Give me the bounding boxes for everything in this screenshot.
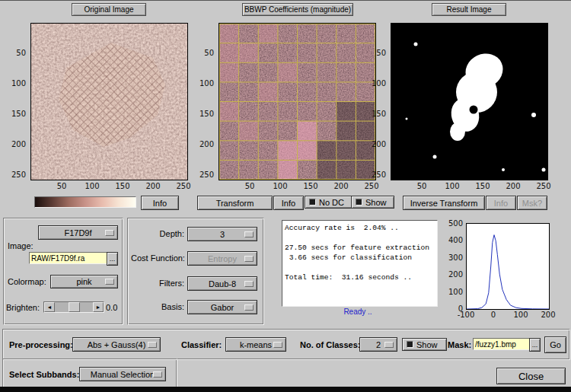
cost-function-value: Entropy xyxy=(208,254,237,263)
original-y-axis: 50100150200250 xyxy=(5,23,27,179)
status-text: Ready .. xyxy=(282,308,434,316)
image-select[interactable]: F17D9f xyxy=(38,225,118,240)
results-line xyxy=(285,233,437,243)
result-y-axis: 50100150200250 xyxy=(365,23,388,179)
brighten-value: 0.0 xyxy=(106,303,117,312)
colormap-label: Colormap: xyxy=(8,277,46,286)
preprocessing-value: Abs + Gauss(4) xyxy=(88,340,146,349)
classifier-label: Classifier: xyxy=(181,340,222,349)
result-image-segmentation xyxy=(391,24,547,180)
dropdown-indicator-icon xyxy=(148,342,157,348)
image-label: Image: xyxy=(8,241,33,250)
result-image-title: Result Image xyxy=(432,3,506,16)
results-line xyxy=(285,263,437,272)
original-x-axis: 50100150200250 xyxy=(30,182,188,191)
dropdown-indicator-icon xyxy=(105,230,114,236)
preprocessing-label: Pre-processing: xyxy=(9,340,73,349)
checkbox-mark-icon xyxy=(309,199,316,206)
slider-thumb[interactable] xyxy=(69,302,80,312)
histogram-panel xyxy=(466,223,550,310)
basis-select-value: Gabor xyxy=(211,303,234,312)
original-image-title: Original Image xyxy=(72,3,146,16)
bbwp-y-axis: 50100150200250 xyxy=(193,23,215,179)
classes-value: 2 xyxy=(376,340,381,349)
show-result-label: Show xyxy=(416,340,438,349)
info-inverse-button: Info xyxy=(486,196,516,210)
classes-label: No. of Classes: xyxy=(300,340,360,349)
original-image-canvas xyxy=(30,23,188,180)
preprocessing-select[interactable]: Abs + Gauss(4) xyxy=(72,337,161,352)
basis-label: Basis: xyxy=(131,302,184,311)
bbwp-title: BBWP Coefficients (magnitude) xyxy=(242,3,353,16)
show-transform-checkbox[interactable]: Show xyxy=(351,196,394,209)
window-bottom-edge xyxy=(0,387,571,392)
dropdown-indicator-icon xyxy=(244,256,254,262)
show-result-checkbox[interactable]: Show xyxy=(402,338,447,351)
bbwp-coefficients-texture xyxy=(219,24,375,180)
colormap-select[interactable]: pink xyxy=(50,275,118,288)
mask-field[interactable] xyxy=(473,338,531,350)
filters-select-value: Daub-8 xyxy=(209,279,236,288)
filters-select[interactable]: Daub-8 xyxy=(187,276,257,291)
cost-function-select: Entropy xyxy=(187,251,257,266)
bbwp-coefficients-canvas[interactable] xyxy=(219,23,376,180)
cost-function-label: Cost Function: xyxy=(131,253,184,263)
depth-select-value: 3 xyxy=(220,230,225,239)
results-textbox: Accuracy rate is 2.04% .. 27.50 secs for… xyxy=(282,220,438,307)
close-button[interactable]: Close xyxy=(496,368,566,384)
slider-left-arrow-icon[interactable]: ◄ xyxy=(44,302,55,312)
inverse-transform-button[interactable]: Inverse Transform xyxy=(403,196,485,210)
results-line: 27.50 secs for feature extraction xyxy=(285,243,437,253)
slider-right-arrow-icon[interactable]: ► xyxy=(93,302,104,312)
show-transform-label: Show xyxy=(365,198,387,207)
histogram-x-axis: -1000100200 xyxy=(466,311,550,320)
classifier-select[interactable]: k-means xyxy=(225,337,286,352)
histogram-plot xyxy=(467,224,549,309)
classes-select[interactable]: 2 xyxy=(359,337,397,352)
result-image-canvas xyxy=(391,23,548,180)
bbwp-x-axis: 50100150200250 xyxy=(219,182,376,191)
result-x-axis: 50100150200250 xyxy=(391,182,548,191)
histogram-y-axis: 0100200300400500 xyxy=(440,223,464,308)
mask-label: Mask: xyxy=(448,340,471,349)
info-original-button[interactable]: Info xyxy=(141,196,179,210)
dropdown-indicator-icon xyxy=(273,342,282,348)
mask-browse-button[interactable]: ... xyxy=(529,338,541,352)
dropdown-indicator-icon xyxy=(244,281,254,287)
brighten-label: Brighten: xyxy=(6,303,40,312)
subbands-value: Manual Selection xyxy=(91,370,155,379)
dropdown-indicator-icon xyxy=(244,304,254,311)
results-line: Total time: 31.16 seconds .. xyxy=(285,272,437,282)
dropdown-indicator-icon xyxy=(105,279,114,285)
image-path-field[interactable] xyxy=(29,252,108,264)
colormap-select-value: pink xyxy=(76,277,91,286)
depth-select[interactable]: 3 xyxy=(187,227,257,241)
image-select-value: F17D9f xyxy=(64,228,91,237)
classifier-value: k-means xyxy=(240,340,272,349)
image-browse-button[interactable]: ... xyxy=(107,252,118,266)
brighten-slider[interactable]: ◄ ► xyxy=(43,301,104,313)
no-dc-label: No DC xyxy=(319,198,344,207)
window-top-edge xyxy=(0,0,571,1)
no-dc-checkbox[interactable]: No DC xyxy=(305,196,352,209)
subbands-label: Select Subbands: xyxy=(9,370,79,379)
basis-select[interactable]: Gabor xyxy=(187,300,257,314)
results-line: Accuracy rate is 2.04% .. xyxy=(285,223,437,233)
depth-label: Depth: xyxy=(131,229,184,238)
checkbox-mark-icon xyxy=(356,199,362,206)
info-transform-button[interactable]: Info xyxy=(273,196,304,210)
dropdown-indicator-icon xyxy=(384,342,394,348)
transform-button[interactable]: Transform xyxy=(197,196,273,210)
dropdown-indicator-icon xyxy=(153,371,162,378)
filters-label: Filters: xyxy=(131,279,184,288)
subbands-select[interactable]: Manual Selection xyxy=(79,367,166,381)
application-window: Original Image BBWP Coefficients (magnit… xyxy=(0,0,571,392)
results-line: 3.66 secs for classification xyxy=(285,253,437,263)
colorbar xyxy=(34,196,136,208)
go-button[interactable]: Go xyxy=(544,336,566,353)
checkbox-mark-icon xyxy=(407,341,413,348)
dropdown-indicator-icon xyxy=(244,231,254,237)
original-image-texture xyxy=(31,24,187,180)
msk-button: Msk? xyxy=(517,196,547,210)
